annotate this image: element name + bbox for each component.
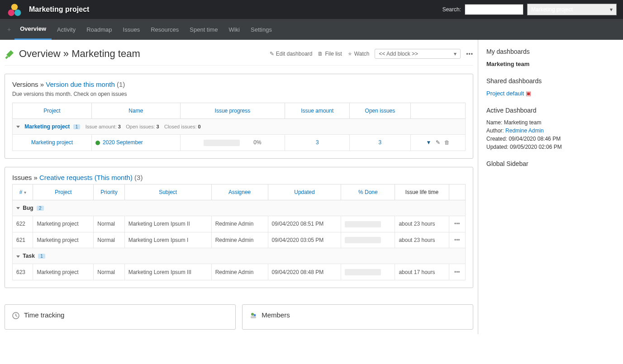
issue-row[interactable]: 621Marketing projectNormalMarketing Lore… [13,232,466,248]
issues-query-link[interactable]: Creative requests (This month) [39,174,133,181]
col-updated[interactable]: Updated [268,184,341,200]
collapse-icon[interactable] [16,126,20,128]
row-more-icon[interactable]: ••• [449,216,465,232]
col-open[interactable]: Open issues [350,103,410,119]
trash-icon[interactable]: 🗑 [444,139,450,146]
issues-title: Issues » Creative requests (This month) … [12,174,466,181]
author-link[interactable]: Redmine Admin [505,128,544,134]
row-more-icon[interactable]: ••• [449,232,465,248]
open-issues-link[interactable]: 3 [379,139,382,146]
tab-activity[interactable]: Activity [52,20,81,39]
breadcrumb-overview[interactable]: Overview [19,48,61,59]
group-name: Task [23,253,34,259]
main-nav: + Overview Activity Roadmap Issues Resou… [0,19,623,40]
collapse-icon[interactable] [16,255,20,258]
members-block: Members [242,304,473,330]
dashboard-icon [5,48,15,59]
col-done[interactable]: % Done [341,184,395,200]
more-actions-icon[interactable]: ••• [466,51,473,57]
page-actions: ✎Edit dashboard 🗎File list ★Watch << Add… [270,49,473,59]
dash-updated: Updated: 09/05/2020 02:06 PM [486,144,615,150]
tab-settings[interactable]: Settings [245,20,277,39]
issue-row[interactable]: 623Marketing projectNormalMarketing Lore… [13,264,466,280]
tab-issues[interactable]: Issues [118,20,146,39]
edit-dashboard-link[interactable]: ✎Edit dashboard [270,51,313,57]
issue-lifetime: about 23 hours [395,216,449,232]
dashboard-item-shared[interactable]: Project default▣ [486,90,615,97]
issue-lifetime: about 23 hours [395,232,449,248]
active-dashboard-header: Active Dashboard [486,107,615,114]
col-project[interactable]: Project [13,103,92,119]
version-project-link[interactable]: Marketing project [31,139,73,146]
tab-roadmap[interactable]: Roadmap [81,20,117,39]
issue-group-row[interactable]: Task 1 [13,248,466,264]
issue-id: 622 [13,216,33,232]
issue-subject: Marketing Lorem Ipsum III [124,264,211,280]
edit-icon[interactable]: ✎ [436,139,440,146]
issue-done [341,216,395,232]
issue-project: Marketing project [33,216,94,232]
version-group-row[interactable]: Marketing project 1 Issue amount: 3 Open… [13,119,466,135]
issue-assignee: Redmine Admin [211,264,268,280]
add-block-select[interactable]: << Add block >> [375,49,461,59]
project-selector-value: Marketing project [531,6,573,13]
tab-resources[interactable]: Resources [145,20,184,39]
dash-name: Name: Marketing team [486,119,615,126]
project-title: Marketing project [29,5,89,14]
svg-point-1 [14,9,21,16]
row-more-icon[interactable]: ••• [449,264,465,280]
issue-lifetime: about 17 hours [395,264,449,280]
breadcrumb-dashboard: Marketing team [71,48,140,59]
versions-query-link[interactable]: Version due this month [46,80,115,88]
col-actions [410,103,465,119]
watch-link[interactable]: ★Watch [347,51,370,57]
issue-project: Marketing project [33,264,94,280]
issue-priority: Normal [94,232,124,248]
issue-row[interactable]: 622Marketing projectNormalMarketing Lore… [13,216,466,232]
svg-point-6 [254,314,256,317]
group-count-badge: 1 [73,124,81,129]
filter-icon[interactable]: ▼ [426,139,432,146]
versions-note: Due versions this month. Check on open i… [12,91,466,97]
page-header: Overview » Marketing team ✎Edit dashboar… [5,44,473,66]
col-project[interactable]: Project [33,184,94,200]
col-amount[interactable]: Issue amount [285,103,350,119]
main-content: Overview » Marketing team ✎Edit dashboar… [0,40,478,334]
issues-table: # ▾ Project Priority Subject Assignee Up… [12,184,466,280]
issue-id: 623 [13,264,33,280]
tab-overview[interactable]: Overview [14,19,52,40]
version-row: Marketing project 2020 September 0% 3 3 … [13,135,466,151]
progress-bar [204,140,240,146]
col-progress[interactable]: Issue progress [180,103,285,119]
issue-done [341,264,395,280]
group-count-badge: 2 [37,206,44,211]
package-icon: ▣ [526,90,531,97]
project-selector[interactable]: Marketing project [527,4,617,15]
file-icon: 🗎 [318,51,323,57]
issue-project: Marketing project [33,232,94,248]
global-sidebar-header: Global Sidebar [486,160,615,167]
tab-spent-time[interactable]: Spent time [184,20,223,39]
version-name-link[interactable]: 2020 September [103,139,143,146]
collapse-icon[interactable] [16,207,20,209]
col-assignee[interactable]: Assignee [211,184,268,200]
right-sidebar: My dashboards Marketing team Shared dash… [478,40,623,334]
search-input[interactable] [465,4,523,15]
col-priority[interactable]: Priority [94,184,124,200]
issue-subject: Marketing Lorem Ipsum II [124,216,211,232]
time-tracking-block: Time tracking [5,304,236,330]
dashboard-item-current[interactable]: Marketing team [486,61,615,67]
tab-wiki[interactable]: Wiki [223,20,245,39]
group-name: Bug [23,205,33,211]
svg-rect-7 [251,316,256,318]
versions-block: Versions » Version due this month (1) Du… [5,74,473,159]
issue-amount-link[interactable]: 3 [316,139,319,146]
col-name[interactable]: Name [92,103,180,119]
add-menu-icon[interactable]: + [4,26,14,33]
issue-done [341,232,395,248]
versions-table: Project Name Issue progress Issue amount… [12,103,466,151]
issue-group-row[interactable]: Bug 2 [13,200,466,216]
col-subject[interactable]: Subject [124,184,211,200]
col-id[interactable]: # ▾ [13,184,33,200]
file-list-link[interactable]: 🗎File list [318,51,342,57]
